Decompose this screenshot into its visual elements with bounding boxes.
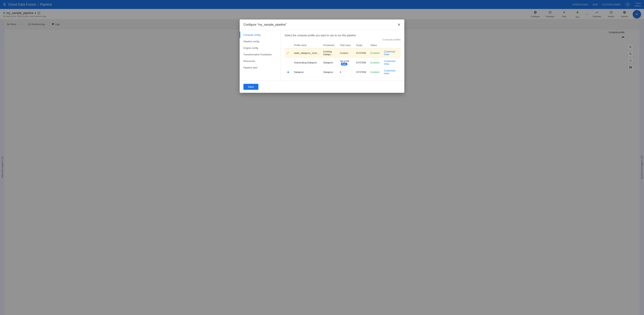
- row2-total-cores: Up to 84 Auto: [338, 58, 354, 67]
- col-total-cores: Total cores: [338, 42, 354, 48]
- nav-pipeline-config[interactable]: Pipeline config: [240, 38, 281, 45]
- col-actions: [382, 42, 400, 48]
- row3-scope: SYSTEM: [354, 67, 368, 77]
- table-body: ✓ static_dataproc_clust... Existing Data…: [284, 48, 400, 77]
- row3-provisioner: Dataproc: [321, 67, 338, 77]
- nav-compute-config[interactable]: Compute config: [240, 32, 281, 38]
- table-header: Profile name Provisioner Total cores Sco…: [284, 42, 400, 48]
- table-row[interactable]: Autoscaling Dataproc Dataproc Up to 84 A…: [284, 58, 400, 67]
- col-provisioner: Provisioner: [321, 42, 338, 48]
- row2-provisioner: Dataproc: [321, 58, 338, 67]
- row1-provisioner: Existing Datapr...: [321, 48, 338, 58]
- row1-scope: SYSTEM: [354, 48, 368, 58]
- modal-sidebar: Compute config Pipeline config Engine co…: [240, 30, 281, 80]
- col-scope: Scope: [354, 42, 368, 48]
- modal-close-button[interactable]: ✕: [398, 22, 400, 27]
- row1-view-link[interactable]: View: [384, 53, 389, 56]
- row2-profile-name: Autoscaling Dataproc: [292, 58, 321, 67]
- col-status: Status: [368, 42, 382, 48]
- row1-indicator: ✓: [284, 48, 292, 58]
- nav-pipeline-alert[interactable]: Pipeline alert: [240, 64, 281, 71]
- profiles-count: 3 compute profiles: [284, 38, 400, 41]
- modal-overlay: Configure "my_sample_pipeline" ✕ Compute…: [0, 0, 644, 315]
- row1-customize-link[interactable]: Customize: [384, 50, 395, 53]
- nav-resources[interactable]: Resources: [240, 58, 281, 64]
- modal-header: Configure "my_sample_pipeline" ✕: [240, 20, 404, 30]
- compute-subtitle: Select the compute profile you want to u…: [284, 34, 400, 37]
- row3-indicator: ★: [284, 67, 292, 77]
- row1-row-actions: Customize View: [382, 48, 400, 58]
- nav-transformation-pushdown[interactable]: Transformation Pushdown: [240, 51, 281, 58]
- save-button[interactable]: Save: [244, 84, 258, 90]
- col-profile-name: Profile name: [292, 42, 321, 48]
- modal-content: Select the compute profile you want to u…: [281, 30, 404, 80]
- configure-modal: Configure "my_sample_pipeline" ✕ Compute…: [240, 20, 404, 93]
- col-indicator: [284, 42, 292, 48]
- table-row[interactable]: ✓ static_dataproc_clust... Existing Data…: [284, 48, 400, 58]
- row3-profile-name: Dataproc: [292, 67, 321, 77]
- row1-profile-name: static_dataproc_clust...: [292, 48, 321, 58]
- row2-scope: SYSTEM: [354, 58, 368, 67]
- modal-body: Compute config Pipeline config Engine co…: [240, 30, 404, 80]
- row1-total-cores: Custom: [338, 48, 354, 58]
- modal-footer: Save: [240, 80, 404, 93]
- row3-row-actions: Customize View: [382, 67, 400, 77]
- row3-customize-link[interactable]: Customize: [384, 69, 395, 72]
- row3-status: Enabled: [368, 67, 382, 77]
- row2-view-link[interactable]: View: [384, 62, 389, 65]
- modal-title: Configure "my_sample_pipeline": [244, 23, 287, 26]
- nav-engine-config[interactable]: Engine config: [240, 45, 281, 51]
- row3-total-cores: 4: [338, 67, 354, 77]
- row2-status: Enabled: [368, 58, 382, 67]
- row3-view-link[interactable]: View: [384, 72, 389, 75]
- row2-customize-link[interactable]: Customize: [384, 60, 395, 62]
- row1-status: Enabled: [368, 48, 382, 58]
- profiles-table: Profile name Provisioner Total cores Sco…: [284, 42, 400, 77]
- row2-row-actions: Customize View: [382, 58, 400, 67]
- table-row[interactable]: ★ Dataproc Dataproc 4 SYSTEM Enabled Cus…: [284, 67, 400, 77]
- row2-indicator: [284, 58, 292, 67]
- auto-badge: Auto: [341, 63, 348, 66]
